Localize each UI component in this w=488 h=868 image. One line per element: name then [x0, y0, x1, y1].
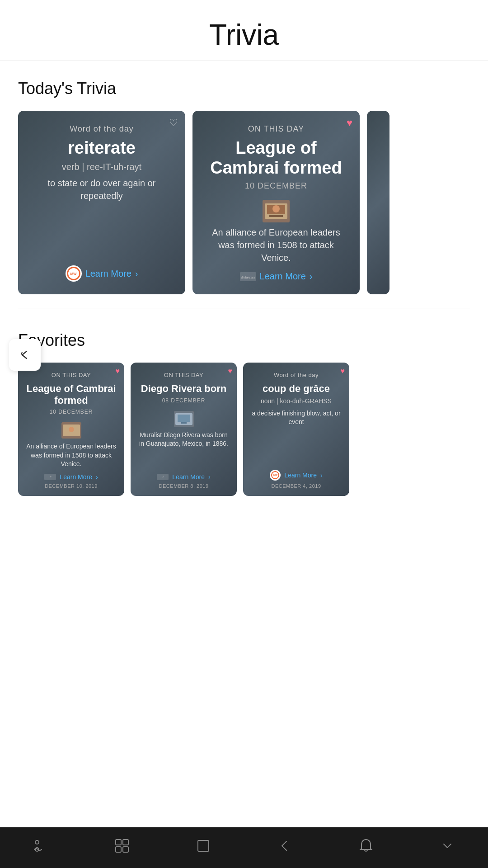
fav-footer-date-2: DECEMBER 4, 2019 [271, 483, 321, 489]
fav-learn-more-1[interactable]: Learn More [172, 473, 205, 481]
fav-brit-img-0: 𝐵 [44, 474, 56, 480]
learn-more-row-otd: Britannica Learn More › [240, 271, 313, 282]
nav-more-button[interactable] [430, 833, 465, 862]
svg-point-13 [35, 840, 39, 844]
fav-thumbnail-1 [174, 411, 194, 427]
learn-more-arrow-otd: › [310, 271, 313, 282]
favorites-section: Favorites ♥ ON THIS DAY League of Cambra… [0, 313, 488, 505]
fav-title-2: coup de grâce [263, 383, 330, 394]
today-cards-row: ♡ Word of the day reiterate verb | ree-I… [18, 111, 470, 294]
card-subtitle-wotd: verb | ree-IT-uh-rayt [62, 162, 141, 172]
fav-date-1: 08 DECEMBER [162, 397, 206, 404]
mw-logo-inner-wotd: MW [67, 267, 80, 280]
todays-trivia-label: Today's Trivia [18, 79, 470, 98]
fav-thumbnail-0 [61, 422, 81, 439]
card-category-wotd: Word of the day [70, 124, 134, 134]
svg-point-8 [69, 427, 74, 432]
word-of-the-day-card: ♡ Word of the day reiterate verb | ree-I… [18, 111, 185, 294]
fav-learn-more-row-2: MW Learn More › [270, 470, 322, 481]
fav-description-2: a decisive finishing blow, act, or event [250, 409, 342, 465]
fav-category-2: Word of the day [274, 372, 319, 378]
heart-button-otd[interactable]: ♥ [347, 117, 352, 129]
heart-button-wotd[interactable]: ♡ [169, 117, 178, 129]
fav-heart-0[interactable]: ♥ [116, 367, 120, 375]
svg-rect-12 [181, 422, 187, 424]
fav-mw-inner-2: MW [271, 471, 279, 479]
nav-list-button[interactable] [23, 833, 58, 862]
fav-britannica-1: 𝐵 [157, 474, 169, 480]
list-icon [33, 838, 49, 858]
fav-subtitle-2: noun | koo-duh-GRAHSS [261, 397, 332, 405]
fav-title-0: League of Cambrai formed [25, 383, 117, 406]
fav-card-2: ♥ Word of the day coup de grâce noun | k… [243, 363, 349, 495]
fav-category-0: ON THIS DAY [52, 372, 91, 378]
fav-learn-more-row-0: 𝐵 Learn More › [44, 473, 98, 481]
britannica-logo-img-otd: Britannica [240, 272, 256, 281]
fav-title-1: Diego Rivera born [141, 383, 226, 394]
square-icon [195, 838, 211, 858]
fav-footer-date-1: DECEMBER 8, 2019 [159, 483, 208, 489]
favorites-cards-row: ♥ ON THIS DAY League of Cambrai formed 1… [18, 363, 470, 495]
nav-square-button[interactable] [186, 833, 221, 862]
fav-britannica-0: 𝐵 [44, 474, 56, 480]
nav-bell-button[interactable] [349, 833, 383, 862]
fav-heart-2[interactable]: ♥ [341, 367, 345, 375]
learn-more-link-wotd[interactable]: Learn More [85, 269, 131, 279]
card-description-wotd: to state or do over again or repeatedly [31, 177, 173, 259]
page-header: Trivia [0, 0, 488, 61]
svg-rect-11 [178, 415, 190, 422]
fav-description-0: An alliance of European leaders was form… [25, 442, 117, 469]
card-category-otd: ON THIS DAY [248, 124, 304, 134]
card-thumbnail-otd [263, 200, 290, 222]
svg-rect-16 [123, 840, 128, 845]
nav-grid-button[interactable] [105, 833, 139, 862]
fav-description-1: Muralist Diego Rivera was born in Guanaj… [138, 431, 230, 469]
fav-learn-more-0[interactable]: Learn More [60, 473, 92, 481]
fav-learn-more-2[interactable]: Learn More [284, 472, 317, 479]
on-this-day-card: ♥ ON THIS DAY League of Cambrai formed 1… [192, 111, 360, 294]
back-button[interactable] [9, 339, 41, 371]
britannica-logo-otd: Britannica [240, 272, 256, 281]
svg-point-3 [272, 205, 280, 212]
card-date-otd: 10 DECEMBER [245, 181, 307, 191]
card-description-otd: An alliance of European leaders was form… [205, 226, 347, 264]
fav-date-0: 10 DECEMBER [50, 409, 93, 415]
grid-icon [114, 838, 130, 858]
bottom-nav [0, 827, 488, 868]
fav-heart-1[interactable]: ♥ [228, 367, 233, 375]
fav-footer-date-0: DECEMBER 10, 2019 [45, 483, 98, 489]
todays-trivia-section: Today's Trivia ♡ Word of the day reitera… [0, 61, 488, 303]
learn-more-row-wotd: MW Learn More › [66, 265, 138, 282]
partial-card [367, 111, 389, 294]
page-title: Trivia [9, 18, 479, 52]
svg-rect-15 [116, 840, 121, 845]
back-icon [18, 348, 32, 362]
svg-text:Britannica: Britannica [241, 276, 255, 279]
card-title-wotd: reiterate [68, 138, 136, 158]
learn-more-arrow-wotd: › [135, 269, 138, 279]
nav-back-icon [277, 838, 293, 858]
favorites-label: Favorites [18, 331, 470, 350]
learn-more-link-otd[interactable]: Learn More [260, 271, 306, 282]
section-divider [18, 308, 470, 308]
svg-rect-18 [123, 847, 128, 852]
fav-card-0: ♥ ON THIS DAY League of Cambrai formed 1… [18, 363, 124, 495]
fav-category-1: ON THIS DAY [164, 372, 203, 378]
svg-rect-19 [198, 840, 209, 851]
bell-icon [358, 838, 374, 858]
card-title-otd: League of Cambrai formed [205, 138, 347, 178]
mw-logo-wotd: MW [66, 265, 82, 282]
fav-brit-img-1: 𝐵 [157, 474, 169, 480]
svg-rect-17 [116, 847, 121, 852]
fav-card-1: ♥ ON THIS DAY Diego Rivera born 08 DECEM… [131, 363, 237, 495]
svg-rect-4 [269, 215, 283, 217]
fav-mw-logo-2: MW [270, 470, 281, 481]
fav-learn-more-row-1: 𝐵 Learn More › [157, 473, 210, 481]
nav-back-button[interactable] [267, 833, 302, 862]
chevron-down-icon [439, 838, 455, 858]
